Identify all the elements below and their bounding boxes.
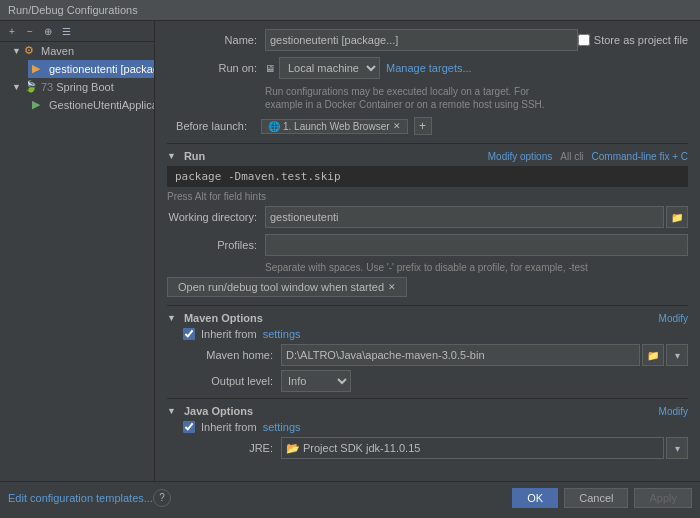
title-text: Run/Debug Configurations xyxy=(8,4,138,16)
run-modify-options: Modify options All cli Command-line fix … xyxy=(488,151,688,162)
all-cli-text: All cli xyxy=(560,151,583,162)
run-command-text: package -Dmaven.test.skip xyxy=(175,170,341,183)
launch-browser-label: 1. Launch Web Browser xyxy=(283,121,390,132)
maven-run-icon: ▶ xyxy=(32,62,46,76)
run-on-row: Run on: 🖥 Local machine Manage targets..… xyxy=(167,57,688,79)
title-bar: Run/Debug Configurations xyxy=(0,0,700,21)
bottom-right-buttons: OK Cancel Apply xyxy=(512,488,692,508)
maven-home-folder-btn[interactable]: 📁 xyxy=(642,344,664,366)
command-line-link[interactable]: Command-line fix + C xyxy=(592,151,688,162)
add-config-button[interactable]: + xyxy=(4,23,20,39)
edit-templates-link[interactable]: Edit configuration templates... xyxy=(8,492,153,504)
spring-boot-arrow: ▼ xyxy=(12,82,24,92)
store-as-project-checkbox[interactable] xyxy=(578,34,590,46)
maven-home-label: Maven home: xyxy=(183,349,273,361)
maven-home-dropdown-btn[interactable]: ▾ xyxy=(666,344,688,366)
run-section-header: ▼ Run Modify options All cli Command-lin… xyxy=(167,150,688,162)
maven-home-input-group: 📁 ▾ xyxy=(281,344,688,366)
spring-boot-count: 73 xyxy=(41,81,53,93)
tree-item-gestioneutenti[interactable]: ▶ gestioneutenti [package...] xyxy=(28,60,154,78)
maven-options-header: ▼ Maven Options Modify xyxy=(167,312,688,324)
copy-config-button[interactable]: ⊕ xyxy=(40,23,56,39)
jre-row: JRE: 📂 Project SDK jdk-11.0.15 ▾ xyxy=(167,437,688,459)
modify-options-link[interactable]: Modify options xyxy=(488,151,552,162)
maven-options-section: ▼ Maven Options Modify Inherit from sett… xyxy=(167,312,688,392)
java-options-arrow: ▼ xyxy=(167,406,176,416)
launch-browser-close: ✕ xyxy=(393,121,401,131)
divider-3 xyxy=(167,398,688,399)
maven-settings-link[interactable]: settings xyxy=(263,328,301,340)
java-inherit-checkbox[interactable] xyxy=(183,421,195,433)
java-inherit-label: Inherit from xyxy=(201,421,257,433)
maven-children: ▶ gestioneutenti [package...] xyxy=(8,60,154,78)
maven-modify-link[interactable]: Modify xyxy=(659,313,688,324)
jre-folder-icon: 📂 xyxy=(286,442,300,455)
output-level-select[interactable]: Info xyxy=(281,370,351,392)
maven-options-title[interactable]: ▼ Maven Options xyxy=(167,312,263,324)
gestione-app-label: GestioneUtentiApplication xyxy=(49,99,154,111)
run-command-box: package -Dmaven.test.skip xyxy=(167,166,688,187)
bottom-bar: Edit configuration templates... ? OK Can… xyxy=(0,481,700,513)
run-on-label: Run on: xyxy=(167,62,257,74)
launch-web-browser-button[interactable]: 🌐 1. Launch Web Browser ✕ xyxy=(261,119,408,134)
store-as-project-label: Store as project file xyxy=(594,34,688,46)
tree-item-gestione-app[interactable]: ▶ GestioneUtentiApplication xyxy=(28,96,154,114)
store-as-project-row: Store as project file xyxy=(578,34,688,46)
jre-input-group: 📂 Project SDK jdk-11.0.15 ▾ xyxy=(281,437,688,459)
output-level-label: Output level: xyxy=(183,375,273,387)
working-dir-row: Working directory: 📁 xyxy=(167,206,688,228)
jre-dropdown-btn[interactable]: ▾ xyxy=(666,437,688,459)
maven-home-input[interactable] xyxy=(281,344,640,366)
right-panel: Name: Store as project file Run on: 🖥 Lo… xyxy=(155,21,700,481)
working-dir-folder-btn[interactable]: 📁 xyxy=(666,206,688,228)
working-dir-input[interactable] xyxy=(265,206,664,228)
tree-item-spring-boot[interactable]: ▼ 🍃 73 Spring Boot xyxy=(8,78,154,96)
filter-button[interactable]: ☰ xyxy=(58,23,74,39)
run-title-text: Run xyxy=(184,150,205,162)
help-button[interactable]: ? xyxy=(153,489,171,507)
maven-section: ▼ ⚙ Maven ▶ gestioneutenti [package...] xyxy=(0,42,154,78)
before-launch-row: Before launch: 🌐 1. Launch Web Browser ✕… xyxy=(167,117,688,135)
remove-config-button[interactable]: − xyxy=(22,23,38,39)
maven-inherit-checkbox[interactable] xyxy=(183,328,195,340)
run-on-select[interactable]: Local machine xyxy=(279,57,380,79)
java-inherit-row: Inherit from settings xyxy=(167,421,688,433)
local-machine-icon: 🖥 xyxy=(265,63,275,74)
maven-label: Maven xyxy=(41,45,74,57)
java-options-title[interactable]: ▼ Java Options xyxy=(167,405,253,417)
profiles-row: Profiles: xyxy=(167,234,688,256)
divider-1 xyxy=(167,143,688,144)
run-section-title[interactable]: ▼ Run xyxy=(167,150,205,162)
cancel-button[interactable]: Cancel xyxy=(564,488,628,508)
spring-boot-section: ▼ 🍃 73 Spring Boot ▶ GestioneUtentiAppli… xyxy=(0,78,154,114)
name-input[interactable] xyxy=(265,29,578,51)
open-run-debug-close: ✕ xyxy=(388,282,396,292)
maven-options-arrow: ▼ xyxy=(167,313,176,323)
name-label: Name: xyxy=(167,34,257,46)
working-dir-label: Working directory: xyxy=(167,211,257,223)
gestione-app-icon: ▶ xyxy=(32,98,46,112)
spring-boot-icon: 🍃 xyxy=(24,80,38,94)
working-dir-input-group: 📁 xyxy=(265,206,688,228)
jre-label: JRE: xyxy=(183,442,273,454)
run-on-info: Run configurations may be executed local… xyxy=(265,85,688,111)
output-level-row: Output level: Info xyxy=(167,370,688,392)
manage-targets-link[interactable]: Manage targets... xyxy=(386,62,472,74)
tree-item-maven[interactable]: ▼ ⚙ Maven xyxy=(8,42,154,60)
maven-icon: ⚙ xyxy=(24,44,38,58)
java-settings-link[interactable]: settings xyxy=(263,421,301,433)
gestioneutenti-label: gestioneutenti [package...] xyxy=(49,63,154,75)
add-before-launch-button[interactable]: + xyxy=(414,117,432,135)
spring-boot-children: ▶ GestioneUtentiApplication xyxy=(8,96,154,114)
maven-options-title-text: Maven Options xyxy=(184,312,263,324)
divider-2 xyxy=(167,305,688,306)
alt-hint: Press Alt for field hints xyxy=(167,191,688,202)
profiles-input[interactable] xyxy=(265,234,688,256)
open-run-debug-button[interactable]: Open run/debug tool window when started … xyxy=(167,277,407,297)
maven-inherit-label: Inherit from xyxy=(201,328,257,340)
maven-inherit-row: Inherit from settings xyxy=(167,328,688,340)
ok-button[interactable]: OK xyxy=(512,488,558,508)
apply-button[interactable]: Apply xyxy=(634,488,692,508)
java-modify-link[interactable]: Modify xyxy=(659,406,688,417)
java-options-section: ▼ Java Options Modify Inherit from setti… xyxy=(167,405,688,459)
